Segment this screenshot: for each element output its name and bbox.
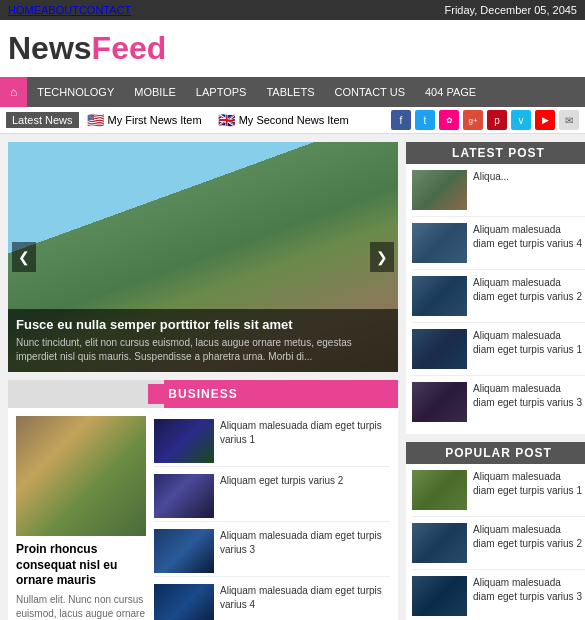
nav-about[interactable]: ABOUT	[41, 4, 79, 16]
youtube-icon[interactable]: ▶	[535, 110, 555, 130]
business-list: Aliquam malesuada diam eget turpis variu…	[154, 416, 390, 620]
latest-post-text-1: Aliqua...	[473, 170, 509, 184]
twitter-icon[interactable]: t	[415, 110, 435, 130]
latest-post-thumb-1	[412, 170, 467, 210]
ticker-item-1: 🇺🇸 My First News Item	[87, 112, 202, 128]
business-item-2: Aliquam eget turpis varius 2	[154, 471, 390, 522]
vimeo-icon[interactable]: v	[511, 110, 531, 130]
business-item-1: Aliquam malesuada diam eget turpis variu…	[154, 416, 390, 467]
ticker-text-1: My First News Item	[108, 114, 202, 126]
flag-2: 🇬🇧	[218, 112, 235, 128]
latest-post-header: LATEST POST	[406, 142, 585, 164]
social-bar[interactable]: f t ✿ g+ p v ▶ ✉	[391, 110, 579, 130]
business-main-desc: Nullam elit. Nunc non cursus euismod, la…	[16, 593, 146, 620]
latest-post-text-5: Aliquam malesuada diam eget turpis variu…	[473, 382, 585, 410]
latest-post-thumb-2	[412, 223, 467, 263]
nav-home-icon[interactable]: ⌂	[0, 77, 27, 107]
business-section: BUSINESS Proin rhoncus consequat nisl eu…	[8, 380, 398, 620]
business-main-image	[16, 416, 146, 536]
slide-controls[interactable]: ❮ ❯	[8, 242, 398, 272]
logo-feed: Feed	[92, 30, 167, 66]
main-layout: ❮ ❯ Fusce eu nulla semper porttitor feli…	[0, 134, 585, 620]
popular-post-list: Aliquam malesuada diam eget turpis variu…	[406, 464, 585, 620]
business-item-3: Aliquam malesuada diam eget turpis variu…	[154, 526, 390, 577]
nav-contact[interactable]: CONTACT US	[324, 78, 415, 106]
business-main-article: Proin rhoncus consequat nisl eu ornare m…	[16, 416, 146, 620]
popular-post-text-3: Aliquam malesuada diam eget turpis variu…	[473, 576, 585, 604]
popular-post-text-2: Aliquam malesuada diam eget turpis variu…	[473, 523, 585, 551]
latest-post-text-4: Aliquam malesuada diam eget turpis variu…	[473, 329, 585, 357]
latest-post-text-2: Aliquam malesuada diam eget turpis variu…	[473, 223, 585, 251]
popular-post-header: POPULAR POST	[406, 442, 585, 464]
business-main-title: Proin rhoncus consequat nisl eu ornare m…	[16, 542, 146, 589]
latest-post-item-1: Aliqua...	[412, 170, 585, 217]
slide-prev-button[interactable]: ❮	[12, 242, 36, 272]
latest-post-text-3: Aliquam malesuada diam eget turpis variu…	[473, 276, 585, 304]
business-item-image-3	[154, 529, 214, 573]
latest-post-thumb-5	[412, 382, 467, 422]
flag-1: 🇺🇸	[87, 112, 104, 128]
popular-post-item-2: Aliquam malesuada diam eget turpis variu…	[412, 523, 585, 570]
top-bar: HOME ABOUT CONTACT Friday, December 05, …	[0, 0, 585, 20]
logo: NewsFeed	[0, 20, 585, 77]
latest-post-list: Aliqua... Aliquam malesuada diam eget tu…	[406, 164, 585, 434]
business-item-text-2: Aliquam eget turpis varius 2	[220, 474, 343, 488]
googleplus-icon[interactable]: g+	[463, 110, 483, 130]
popular-post-text-1: Aliquam malesuada diam eget turpis variu…	[473, 470, 585, 498]
ticker-label: Latest News	[6, 112, 79, 128]
main-nav[interactable]: ⌂ TECHNOLOGY MOBILE LAPTOPS TABLETS CONT…	[0, 77, 585, 107]
latest-post-section: LATEST POST Aliqua... Aliquam malesuada …	[406, 142, 585, 434]
latest-post-item-3: Aliquam malesuada diam eget turpis variu…	[412, 276, 585, 323]
email-icon[interactable]: ✉	[559, 110, 579, 130]
popular-post-item-1: Aliquam malesuada diam eget turpis variu…	[412, 470, 585, 517]
popular-post-item-3: Aliquam malesuada diam eget turpis variu…	[412, 576, 585, 620]
nav-404[interactable]: 404 PAGE	[415, 78, 486, 106]
business-item-image-2	[154, 474, 214, 518]
business-item-text-4: Aliquam malesuada diam eget turpis variu…	[220, 584, 390, 612]
news-ticker: Latest News 🇺🇸 My First News Item 🇬🇧 My …	[0, 107, 585, 134]
right-column: LATEST POST Aliqua... Aliquam malesuada …	[406, 142, 585, 620]
ticker-item-2: 🇬🇧 My Second News Item	[218, 112, 349, 128]
latest-post-thumb-3	[412, 276, 467, 316]
nav-tablets[interactable]: TABLETS	[256, 78, 324, 106]
business-item-text-1: Aliquam malesuada diam eget turpis variu…	[220, 419, 390, 447]
ticker-items: 🇺🇸 My First News Item 🇬🇧 My Second News …	[87, 112, 349, 128]
business-header: BUSINESS	[8, 380, 398, 408]
popular-post-thumb-2	[412, 523, 467, 563]
popular-post-thumb-3	[412, 576, 467, 616]
business-header-label: BUSINESS	[148, 384, 257, 404]
business-content: Proin rhoncus consequat nisl eu ornare m…	[8, 408, 398, 620]
slide-caption: Fusce eu nulla semper porttitor felis si…	[8, 309, 398, 372]
logo-news: News	[8, 30, 92, 66]
flickr-icon[interactable]: ✿	[439, 110, 459, 130]
latest-post-item-4: Aliquam malesuada diam eget turpis variu…	[412, 329, 585, 376]
top-nav[interactable]: HOME ABOUT CONTACT	[8, 4, 131, 16]
popular-post-thumb-1	[412, 470, 467, 510]
slideshow: ❮ ❯ Fusce eu nulla semper porttitor feli…	[8, 142, 398, 372]
nav-technology[interactable]: TECHNOLOGY	[27, 78, 124, 106]
business-item-text-3: Aliquam malesuada diam eget turpis variu…	[220, 529, 390, 557]
slide-next-button[interactable]: ❯	[370, 242, 394, 272]
business-item-4: Aliquam malesuada diam eget turpis variu…	[154, 581, 390, 620]
date-display: Friday, December 05, 2045	[445, 4, 577, 16]
business-item-image-1	[154, 419, 214, 463]
latest-post-thumb-4	[412, 329, 467, 369]
facebook-icon[interactable]: f	[391, 110, 411, 130]
nav-laptops[interactable]: LAPTOPS	[186, 78, 257, 106]
ticker-text-2: My Second News Item	[239, 114, 349, 126]
nav-mobile[interactable]: MOBILE	[124, 78, 186, 106]
nav-contact[interactable]: CONTACT	[79, 4, 131, 16]
pinterest-icon[interactable]: p	[487, 110, 507, 130]
slide-desc: Nunc tincidunt, elit non cursus euismod,…	[16, 336, 390, 364]
nav-home[interactable]: HOME	[8, 4, 41, 16]
latest-post-item-5: Aliquam malesuada diam eget turpis variu…	[412, 382, 585, 428]
business-item-image-4	[154, 584, 214, 620]
left-column: ❮ ❯ Fusce eu nulla semper porttitor feli…	[8, 142, 398, 620]
popular-post-section: POPULAR POST Aliquam malesuada diam eget…	[406, 442, 585, 620]
latest-post-item-2: Aliquam malesuada diam eget turpis variu…	[412, 223, 585, 270]
slide-title: Fusce eu nulla semper porttitor felis si…	[16, 317, 390, 332]
